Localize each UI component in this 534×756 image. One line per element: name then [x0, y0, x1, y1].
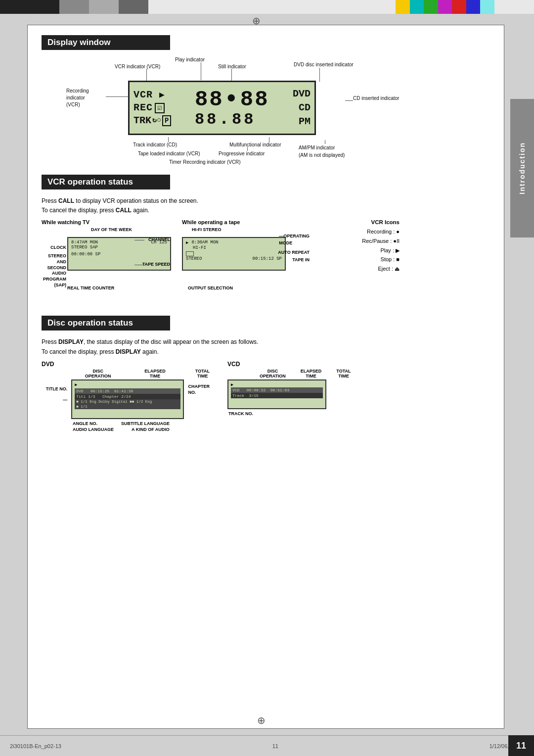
track-indicator-label: Track indicator (CD) — [133, 142, 177, 147]
ampm-line — [325, 140, 325, 144]
vcr-eject-icon: Eject : ⏏ — [324, 264, 400, 274]
introduction-side-tab: Introduction — [510, 99, 534, 237]
kind-of-audio-label: A KIND OF AUDIO — [132, 427, 170, 432]
auto-repeat-label: AUTO REPEAT — [278, 250, 310, 255]
tape-speed-line — [134, 265, 144, 265]
top-bar-gray2 — [89, 0, 119, 14]
page-number: 11 — [516, 741, 526, 751]
vcr-label: VCR ▶ — [134, 89, 165, 101]
cyan-block — [410, 0, 424, 14]
dvd-label: DVD — [42, 361, 210, 368]
vcr-icons-panel: VCR Icons Recording : ● Rec/Pause : ●II … — [322, 219, 401, 273]
channel-line — [134, 240, 144, 240]
vcr-tape-screen: ▶8:30AM MON HI-FI STEREO00:15:12 SP — [182, 237, 286, 271]
recording-indicator-label: Recordingindicator(VCR) — [66, 88, 89, 108]
top-crosshair: ⊕ — [252, 15, 261, 27]
total-time-label: TOTALTIME — [195, 369, 210, 378]
vcd-top-labels: DISC OPERATION ELAPSEDTIME TOTALTIME — [260, 369, 346, 378]
vcr-indicator-label: VCR indicator (VCR) — [115, 64, 160, 69]
color-blocks — [396, 0, 494, 14]
display-window-section: Display window Play indicator VCR indica… — [42, 35, 490, 166]
progressive-indicator-label: Progressive indicator — [219, 151, 265, 156]
rec-label: REC ☑ — [134, 101, 165, 114]
vcr-operation-section: VCR operation status Press CALL to displ… — [42, 175, 490, 308]
dvd-screen-row: TITLE NO. — ▶ DVD 00:15:25 01:41:39 Titl… — [42, 379, 210, 419]
elapsed-time-label: ELAPSEDTIME — [144, 369, 166, 378]
vcd-line2: VCD 00:08:32 00:51:03 — [231, 387, 323, 393]
footer-left: 2i30101B-En_p02-13 — [10, 743, 61, 749]
vcd-panel: VCD DISC OPERATION ELAPSEDTIME TOTALTIME… — [227, 361, 346, 450]
dvd-panel: DVD DISC OPERATION ELAPSEDTIME TOTALTIME… — [42, 361, 210, 460]
dvd-line5: ■ 1/1 — [75, 404, 180, 409]
play-indicator-label: Play indicator — [175, 57, 205, 62]
vcd-total-label: TOTALTIME — [336, 369, 351, 378]
vcr-operation-header: VCR operation status — [42, 175, 170, 189]
vcd-elapsed-label: ELAPSEDTIME — [301, 369, 322, 378]
while-tape-label: While operating a tape — [182, 219, 311, 225]
clock-label: CLOCK — [42, 245, 66, 251]
multifunctional-line — [269, 137, 269, 142]
cd-inserted-label: CD inserted indicator — [353, 94, 399, 102]
top-bar-gray1 — [59, 0, 89, 14]
dvd-line3: Titl 1/3 Chapter 2/24 — [75, 394, 180, 399]
recording-indicator-line — [106, 96, 129, 97]
main-content: Display window Play indicator VCR indica… — [27, 25, 504, 729]
vcr-diagrams: While watching TV CLOCK STEREO ANDSECOND… — [42, 219, 490, 308]
dvd-line2: DVD 00:15:25 01:41:39 — [75, 388, 180, 394]
side-tab-label: Introduction — [518, 142, 526, 194]
dvd-screen: ▶ DVD 00:15:25 01:41:39 Titl 1/3 Chapter… — [71, 379, 184, 419]
dvd-disc-line — [319, 68, 320, 82]
tape-screen-line2: HI-FI — [186, 245, 282, 250]
still-indicator-label: Still indicator — [218, 64, 246, 69]
timer-recording-label: Timer Recording indicator (VCR) — [169, 159, 241, 165]
vcr-indicator-line — [146, 69, 147, 82]
channel-label: CHANNEL — [148, 237, 170, 242]
magenta-block — [438, 0, 452, 14]
top-bar-gray3 — [119, 0, 148, 14]
top-color-bar — [0, 0, 534, 14]
tape-screen-line1: ▶8:30AM MON — [186, 240, 282, 245]
red-block — [452, 0, 466, 14]
dvd-line1: ▶ — [75, 382, 180, 387]
play-indicator-line — [201, 62, 201, 80]
vcr-play-icon: Play : ▶ — [324, 246, 400, 255]
bottom-crosshair: ⊕ — [257, 714, 266, 726]
blue-block — [466, 0, 481, 14]
vcd-screen: ▶ VCD 00:08:32 00:51:03 Track 3/15 — [227, 379, 326, 409]
disc-press-text: Press DISPLAY, the status display of the… — [42, 337, 490, 356]
trk-label: TRK ↻○ P — [134, 114, 171, 127]
page-number-box: 11 — [508, 735, 534, 756]
multifunctional-label: Multifunctional indicator — [229, 142, 281, 147]
vcd-label: VCD — [227, 361, 346, 368]
cd-label: CD — [299, 101, 311, 115]
seven-segment: 88•8888.88 — [195, 87, 269, 129]
title-no-label: TITLE NO. — — [42, 383, 67, 406]
lcd-right-labels: DVD CD PM — [293, 87, 311, 129]
vcd-line3: Track 3/15 — [231, 393, 323, 398]
lcd-center-display: 88•8888.88 — [173, 87, 291, 129]
lcd-left-labels: VCR ▶ REC ☑ TRK ↻○ P — [134, 89, 171, 127]
pm-label: PM — [299, 115, 311, 129]
vcr-tv-container: CLOCK STEREO ANDSECONDAUDIOPROGRAM(SAP) … — [42, 226, 170, 308]
disc-operation-section: Disc operation status Press DISPLAY, the… — [42, 316, 490, 459]
vcd-line1: ▶ — [231, 382, 323, 387]
ampm-indicator-label: AM/PM indicator(AM is not displayed) — [299, 144, 345, 159]
light-cyan-block — [480, 0, 494, 14]
subtitle-lang-label: SUBTITLE LANGUAGE — [121, 421, 170, 426]
disc-operation-header: Disc operation status — [42, 316, 170, 331]
vcr-tape-container: HI-FI STEREO ▶8:30AM MON HI-FI STEREO00:… — [182, 226, 311, 308]
top-bar-black — [0, 0, 59, 14]
cd-inserted-line — [345, 100, 353, 101]
yellow-block — [396, 0, 410, 14]
tape-loaded-label: Tape loaded indicator (VCR) — [138, 151, 200, 156]
dvd-bottom-labels2: AUDIO LANGUAGE A KIND OF AUDIO — [73, 427, 210, 432]
dvd-disc-label: DVD disc inserted indicator — [294, 62, 354, 67]
day-of-week-label: DAY OF THE WEEK — [91, 227, 132, 232]
vcr-press-text: Press CALL to display VCR operation stat… — [42, 196, 490, 215]
footer-bar: 2i30101B-En_p02-13 11 1/12/06, 17.04 — [0, 735, 534, 756]
track-indicator-line — [168, 137, 169, 142]
audio-lang-label: AUDIO LANGUAGE — [73, 427, 114, 432]
tape-screen-line3 — [186, 251, 282, 256]
angle-no-label: ANGLE NO. — [73, 421, 97, 426]
lcd-display: VCR ▶ REC ☑ TRK ↻○ P 88•8888.88 DVD CD P… — [128, 81, 316, 135]
